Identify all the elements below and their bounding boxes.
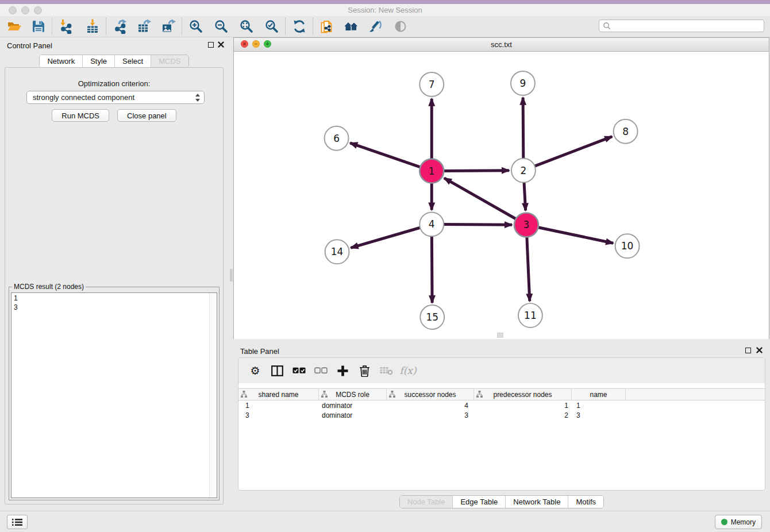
column-type-icon (476, 391, 483, 399)
memory-label: Memory (731, 518, 756, 526)
table-row[interactable]: 3dominator323 (238, 410, 765, 420)
zoom-in-icon[interactable] (187, 18, 205, 35)
delete-table-icon (378, 362, 395, 379)
optimization-criterion-label: Optimization criterion: (5, 79, 223, 88)
zoom-selected-icon[interactable] (263, 18, 280, 35)
tab-style[interactable]: Style (83, 55, 115, 67)
delete-columns-icon[interactable] (356, 362, 373, 379)
column-header-predecessor-nodes[interactable]: predecessor nodes (474, 389, 572, 400)
open-session-icon[interactable] (6, 18, 23, 35)
first-neighbors-icon[interactable] (342, 18, 360, 35)
tab-network-table[interactable]: Network Table (506, 496, 568, 508)
search-box[interactable] (599, 20, 764, 32)
apply-layout-icon[interactable] (291, 18, 308, 35)
mcds-result-text: 1 3 (14, 294, 18, 312)
close-panel-icon[interactable] (218, 41, 224, 48)
edge-4-15[interactable] (432, 236, 432, 303)
column-header-mcds-role[interactable]: MCDS role (319, 389, 387, 400)
table-cell[interactable]: 1 (474, 400, 572, 410)
column-header-successor-nodes[interactable]: successor nodes (387, 389, 474, 400)
edge-2-8[interactable] (535, 137, 613, 166)
status-bar: Memory (0, 511, 770, 532)
edge-2-3[interactable] (524, 183, 526, 211)
edge-2-9[interactable] (523, 98, 523, 159)
edge-1-6[interactable] (350, 143, 420, 167)
main-toolbar (0, 16, 770, 37)
edge-3-1[interactable] (444, 178, 516, 219)
network-canvas[interactable]: 7968124314101511 (234, 52, 769, 339)
float-panel-icon[interactable] (208, 42, 214, 48)
save-session-icon[interactable] (30, 18, 47, 35)
column-header-shared-name[interactable]: shared name (238, 389, 319, 400)
node-label-2: 2 (521, 165, 527, 176)
table-cell[interactable]: 2 (474, 410, 572, 420)
edge-3-10[interactable] (538, 228, 613, 243)
select-all-columns-icon[interactable] (290, 362, 307, 379)
edge-4-3[interactable] (444, 225, 512, 225)
export-network-icon[interactable] (111, 18, 129, 35)
mcds-result-scrollbar[interactable] (209, 293, 217, 498)
column-header-name[interactable]: name (572, 389, 626, 400)
table-cell[interactable]: dominator (319, 400, 387, 410)
edge-1-2[interactable] (444, 171, 509, 171)
close-table-panel-icon[interactable] (756, 347, 763, 353)
unselect-all-columns-icon[interactable] (312, 362, 329, 379)
edge-3-11[interactable] (527, 237, 530, 301)
table-cell[interactable]: 4 (387, 400, 474, 410)
table-row[interactable]: 1dominator411 (238, 400, 765, 410)
tab-select[interactable]: Select (115, 55, 151, 67)
table-cell[interactable]: 3 (238, 410, 319, 420)
network-window: × − + scc.txt 7968124314101511 (233, 37, 769, 339)
table-cell[interactable]: 1 (238, 400, 319, 410)
tab-edge-table[interactable]: Edge Table (453, 496, 506, 508)
panel-splitter-handle[interactable] (230, 269, 233, 282)
tab-node-table[interactable]: Node Table (400, 496, 453, 508)
zoom-out-icon[interactable] (213, 18, 230, 35)
task-history-button[interactable] (7, 515, 28, 529)
export-image-icon[interactable] (160, 18, 177, 35)
edge-4-14[interactable] (351, 228, 421, 248)
show-graphics-details-icon[interactable] (367, 18, 384, 35)
node-table-container: ⚙ (238, 357, 765, 491)
zoom-fit-icon[interactable] (238, 18, 255, 35)
memory-button[interactable]: Memory (715, 515, 762, 529)
table-options-icon[interactable]: ⚙ (247, 362, 264, 379)
network-window-titlebar[interactable]: × − + scc.txt (234, 38, 769, 52)
tab-motifs[interactable]: Motifs (568, 496, 603, 508)
node-label-8: 8 (622, 126, 629, 137)
right-column: × − + scc.txt 7968124314101511 Table Pan… (233, 37, 770, 511)
import-table-icon[interactable] (84, 18, 101, 35)
toolbar-separator (106, 18, 107, 35)
float-table-panel-icon[interactable] (745, 348, 751, 353)
session-title: Session: New Session (0, 6, 770, 14)
clone-network-icon[interactable] (318, 18, 336, 35)
create-column-icon[interactable] (334, 362, 351, 379)
table-cell[interactable]: 1 (572, 400, 626, 410)
function-builder-icon: f(x) (399, 362, 417, 379)
optimization-criterion-select[interactable]: strongly connected component (26, 91, 205, 104)
table-body: 1dominator4113dominator323 (238, 400, 765, 420)
import-network-icon[interactable] (57, 18, 75, 35)
tab-mcds[interactable]: MCDS (151, 55, 188, 67)
node-label-10: 10 (621, 240, 634, 252)
table-cell[interactable]: 3 (572, 410, 626, 420)
tab-network[interactable]: Network (40, 55, 83, 67)
table-cell[interactable]: dominator (319, 410, 387, 420)
canvas-splitter-handle[interactable] (497, 333, 503, 338)
table-cell[interactable]: 3 (387, 410, 474, 420)
toggle-panel-icon[interactable] (268, 362, 286, 379)
control-panel-tabs: NetworkStyleSelectMCDS (39, 55, 188, 68)
node-label-7: 7 (429, 79, 435, 90)
node-label-11: 11 (524, 310, 537, 321)
export-table-icon[interactable] (136, 18, 153, 35)
search-input[interactable] (611, 21, 764, 30)
run-mcds-button[interactable]: Run MCDS (52, 109, 109, 122)
main-titlebar: Session: New Session (0, 4, 770, 17)
close-panel-button[interactable]: Close panel (117, 109, 176, 122)
mcds-result-box[interactable]: 1 3 (11, 292, 217, 498)
table-panel-title: Table Panel (240, 347, 279, 356)
dropdown-arrows-icon (195, 94, 200, 102)
search-icon (603, 22, 611, 30)
application-window: Session: New Session (0, 0, 770, 532)
control-panel: Control Panel NetworkStyleSelectMCDS Opt… (0, 37, 228, 511)
